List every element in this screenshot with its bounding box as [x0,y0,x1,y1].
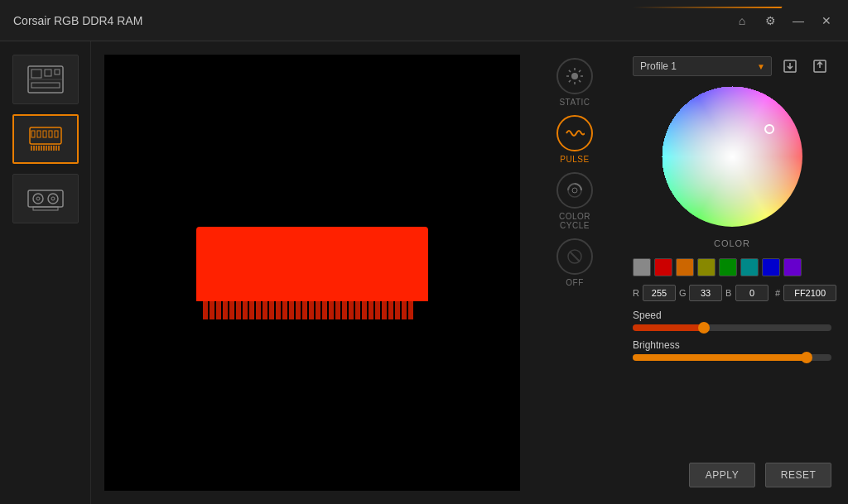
app-title: Corsair RGB DDR4 RAM [13,14,142,27]
hex-label: # [775,288,780,298]
svg-line-38 [569,80,571,82]
svg-rect-7 [31,131,35,137]
color-section: COLOR [633,235,831,250]
preview-area [104,55,520,491]
swatch-purple[interactable] [783,258,802,276]
profile-row: Profile 1 Profile 2 Profile 3 ▼ [633,55,831,78]
right-panel: Profile 1 Profile 2 Profile 3 ▼ [616,41,848,504]
svg-rect-3 [55,70,60,74]
color-cycle-mode-icon [556,172,593,209]
svg-point-26 [48,194,58,204]
rgb-inputs-row: R G B # [633,285,831,301]
speed-label: Speed [633,310,831,321]
color-wheel[interactable] [662,86,802,227]
color-cycle-label: COLORCYCLE [559,212,590,230]
r-input[interactable] [643,285,676,301]
sidebar-item-gpu[interactable] [12,174,79,223]
lighting-modes-panel: STATIC PULSE COLORCYCLE [533,41,616,504]
svg-rect-4 [31,83,60,88]
off-mode-icon [556,238,593,275]
swatch-blue[interactable] [762,258,780,276]
svg-line-42 [570,252,580,262]
sidebar [0,41,91,504]
swatch-orange[interactable] [676,258,694,276]
brightness-label: Brightness [633,339,831,351]
off-label: OFF [566,278,584,287]
ram-pins [196,301,428,319]
static-mode-icon [556,58,593,94]
title-controls: ⌂ ⚙ — ✕ [734,12,835,29]
color-wheel-wrapper[interactable] [662,86,802,227]
ram-body [196,227,428,301]
g-label: G [679,288,686,298]
color-wheel-container [633,86,831,227]
pulse-label: PULSE [560,155,589,164]
main-container: STATIC PULSE COLORCYCLE [0,41,848,504]
speed-section: Speed [633,310,831,331]
swatch-gray[interactable] [633,258,651,276]
export-profile-button[interactable] [808,55,831,78]
import-profile-button[interactable] [778,55,802,78]
svg-line-36 [579,80,581,82]
svg-line-37 [579,70,581,72]
ram-top-notches [196,227,428,232]
swatch-olive[interactable] [697,258,716,276]
svg-line-35 [569,70,571,72]
svg-point-25 [33,194,43,204]
reset-button[interactable]: RESET [765,463,831,487]
profile-dropdown[interactable]: Profile 1 Profile 2 Profile 3 [633,56,772,76]
pin-row [203,301,413,319]
svg-point-28 [51,197,55,200]
sidebar-item-ram[interactable] [12,114,79,164]
sidebar-item-motherboard[interactable] [12,55,79,104]
mode-off[interactable]: OFF [556,238,593,287]
svg-rect-10 [49,131,52,137]
mode-color-cycle[interactable]: COLORCYCLE [556,172,593,230]
home-button[interactable]: ⌂ [734,12,750,29]
svg-rect-2 [45,70,51,76]
b-label: B [725,288,732,298]
mode-static[interactable]: STATIC [556,58,593,107]
svg-rect-1 [31,70,41,78]
speed-slider[interactable] [633,324,831,331]
brightness-slider[interactable] [633,354,831,361]
svg-rect-9 [43,131,46,137]
hex-input[interactable] [783,285,836,301]
swatches-row [633,258,831,276]
svg-rect-11 [55,131,58,137]
svg-rect-8 [37,131,41,137]
svg-point-40 [572,188,577,193]
static-label: STATIC [559,98,590,107]
mode-pulse[interactable]: PULSE [556,115,593,164]
minimize-button[interactable]: — [790,12,807,29]
title-bar: Corsair RGB DDR4 RAM ⌂ ⚙ — ✕ [0,0,848,41]
b-input[interactable] [735,285,768,301]
g-input[interactable] [689,285,722,301]
svg-point-27 [36,197,40,200]
swatch-green[interactable] [719,258,737,276]
bottom-actions: APPLY RESET [689,463,831,487]
pulse-mode-icon [556,115,593,151]
profile-select-wrapper: Profile 1 Profile 2 Profile 3 ▼ [633,56,772,76]
swatch-red[interactable] [654,258,672,276]
svg-point-30 [571,73,578,79]
swatch-teal[interactable] [740,258,759,276]
color-label: COLOR [714,238,750,248]
settings-button[interactable]: ⚙ [762,12,778,29]
r-label: R [633,288,639,298]
brightness-section: Brightness [633,339,831,361]
close-button[interactable]: ✕ [818,12,835,29]
ram-visualization [196,227,428,319]
apply-button[interactable]: APPLY [689,463,755,487]
